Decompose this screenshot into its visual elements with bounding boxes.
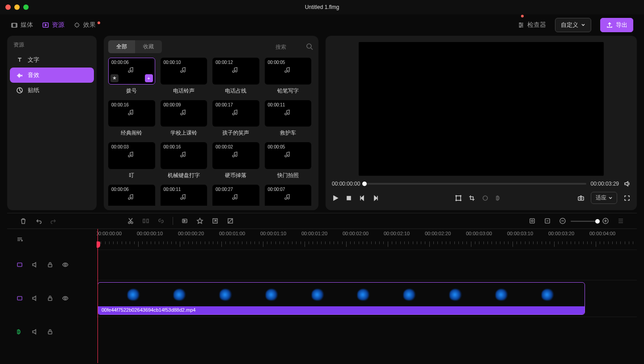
stop-icon[interactable] — [345, 195, 352, 202]
playhead[interactable] — [97, 229, 98, 363]
lock-icon[interactable] — [47, 295, 54, 302]
asset-thumb[interactable]: 00:00:07 — [265, 185, 312, 206]
overlay-track-icon[interactable] — [16, 261, 23, 268]
favorite-icon[interactable]: ★ — [110, 74, 119, 82]
star-icon[interactable] — [196, 217, 203, 224]
asset-thumb[interactable]: 00:00:05 — [265, 58, 312, 85]
close-icon[interactable] — [5, 4, 11, 10]
volume-icon[interactable] — [623, 180, 631, 187]
track-overlay[interactable] — [97, 250, 637, 280]
mute-icon[interactable] — [31, 261, 38, 268]
asset-card[interactable]: 00:00:11 — [161, 185, 208, 206]
asset-card[interactable]: 00:00:06 — [108, 185, 155, 206]
asset-thumb[interactable]: 00:00:06★+ — [108, 58, 155, 85]
play-icon[interactable] — [332, 195, 339, 202]
asset-thumb[interactable]: 00:00:06 — [108, 185, 155, 206]
asset-card[interactable]: 00:00:16机械键盘打字 — [161, 142, 208, 179]
tab-resources[interactable]: 资源 — [42, 21, 64, 29]
asset-thumb[interactable]: 00:00:03 — [108, 142, 155, 169]
asset-card[interactable]: 00:00:17孩子的笑声 — [212, 100, 259, 137]
resize-icon[interactable] — [212, 217, 219, 224]
zoom-control[interactable] — [559, 217, 609, 224]
next-frame-icon[interactable] — [372, 195, 379, 202]
add-icon[interactable]: + — [145, 74, 153, 82]
visibility-icon[interactable] — [62, 295, 69, 302]
track-audio[interactable] — [97, 317, 637, 347]
audio-icon[interactable] — [495, 195, 502, 202]
sidebar-item-text-icon[interactable]: 文字 — [10, 52, 94, 68]
asset-thumb[interactable]: 00:00:27 — [212, 185, 259, 206]
redo-icon[interactable] — [50, 217, 57, 224]
zoom-out-icon[interactable] — [559, 217, 566, 224]
video-track-icon[interactable] — [16, 295, 23, 302]
asset-thumb[interactable]: 00:00:11 — [265, 100, 312, 127]
asset-card[interactable]: 00:00:05铅笔写字 — [265, 58, 312, 95]
lock-icon[interactable] — [47, 328, 54, 335]
playback-slider[interactable] — [364, 183, 586, 185]
adjustment-icon[interactable] — [227, 217, 234, 224]
snapshot-icon[interactable] — [577, 195, 585, 202]
search-box[interactable] — [275, 43, 314, 51]
mute-icon[interactable] — [31, 295, 38, 302]
asset-card[interactable]: 00:00:02硬币掉落 — [212, 142, 259, 179]
sidebar-item-sticker-icon[interactable]: 贴纸 — [10, 83, 94, 98]
asset-thumb[interactable]: 00:00:16 — [108, 100, 155, 127]
asset-card[interactable]: 00:00:27 — [212, 185, 259, 206]
undo-icon[interactable] — [35, 217, 42, 224]
delete-icon[interactable] — [20, 217, 27, 224]
mute-icon[interactable] — [31, 328, 38, 335]
color-icon[interactable] — [482, 195, 489, 202]
transform-icon[interactable] — [455, 195, 462, 202]
window-controls[interactable] — [5, 4, 29, 10]
asset-card[interactable]: 00:00:10电话铃声 — [161, 58, 208, 95]
asset-thumb[interactable]: 00:00:16 — [161, 142, 208, 169]
asset-card[interactable]: 00:00:11救护车 — [265, 100, 312, 137]
asset-card[interactable]: 00:00:16经典闹铃 — [108, 100, 155, 137]
track-video[interactable]: 00fe44f7522b02643694cb14f53d88d2.mp4 — [97, 280, 637, 317]
asset-card[interactable]: 00:00:06★+拨号 — [108, 58, 155, 95]
asset-thumb[interactable]: 00:00:11 — [161, 185, 208, 206]
split-icon[interactable] — [142, 217, 149, 224]
prev-frame-icon[interactable] — [359, 195, 366, 202]
zoom-slider[interactable] — [571, 220, 597, 222]
time-ruler[interactable]: 00:00:00:0000:00:00:1000:00:00:2000:00:0… — [97, 229, 637, 250]
tab-effects[interactable]: 效果 — [73, 21, 100, 29]
video-clip[interactable]: 00fe44f7522b02643694cb14f53d88d2.mp4 — [97, 282, 585, 315]
visibility-icon[interactable] — [62, 261, 69, 268]
filter-favorites[interactable]: 收藏 — [135, 40, 162, 53]
crop-icon[interactable] — [468, 195, 475, 202]
export-button[interactable]: 导出 — [600, 18, 633, 32]
video-canvas[interactable] — [359, 42, 604, 176]
tab-media[interactable]: 媒体 — [11, 21, 33, 29]
zoom-fit-icon[interactable] — [529, 217, 536, 224]
asset-card[interactable]: 00:00:03叮 — [108, 142, 155, 179]
search-input[interactable] — [275, 44, 302, 50]
lock-icon[interactable] — [47, 261, 54, 268]
asset-thumb[interactable]: 00:00:09 — [161, 100, 208, 127]
asset-thumb[interactable]: 00:00:05 — [265, 142, 312, 169]
asset-thumb[interactable]: 00:00:02 — [212, 142, 259, 169]
marker-icon[interactable] — [181, 217, 188, 224]
asset-thumb[interactable]: 00:00:17 — [212, 100, 259, 127]
fit-dropdown[interactable]: 适应 — [591, 192, 617, 204]
asset-card[interactable]: 00:00:09学校上课铃 — [161, 100, 208, 137]
add-track-button[interactable] — [7, 229, 97, 250]
zoom-in-icon[interactable] — [602, 217, 609, 224]
asset-thumb[interactable]: 00:00:10 — [161, 58, 208, 85]
asset-card[interactable]: 00:00:12电话占线 — [212, 58, 259, 95]
minimize-icon[interactable] — [14, 4, 20, 10]
link-icon[interactable] — [157, 217, 165, 224]
inspector-button[interactable]: 检查器 — [517, 21, 546, 29]
fullscreen-icon[interactable] — [623, 195, 631, 202]
zoom-frame-icon[interactable] — [544, 217, 551, 224]
asset-thumb[interactable]: 00:00:12 — [212, 58, 259, 85]
asset-card[interactable]: 00:00:07 — [265, 185, 312, 206]
list-icon[interactable] — [617, 217, 624, 224]
ratio-dropdown[interactable]: 自定义 — [555, 18, 591, 32]
maximize-icon[interactable] — [23, 4, 29, 10]
filter-all[interactable]: 全部 — [108, 40, 135, 53]
sidebar-item-audio-icon[interactable]: 音效 — [10, 68, 94, 83]
cut-icon[interactable] — [127, 217, 134, 224]
asset-card[interactable]: 00:00:05快门拍照 — [265, 142, 312, 179]
audio-track-icon[interactable] — [16, 328, 23, 335]
